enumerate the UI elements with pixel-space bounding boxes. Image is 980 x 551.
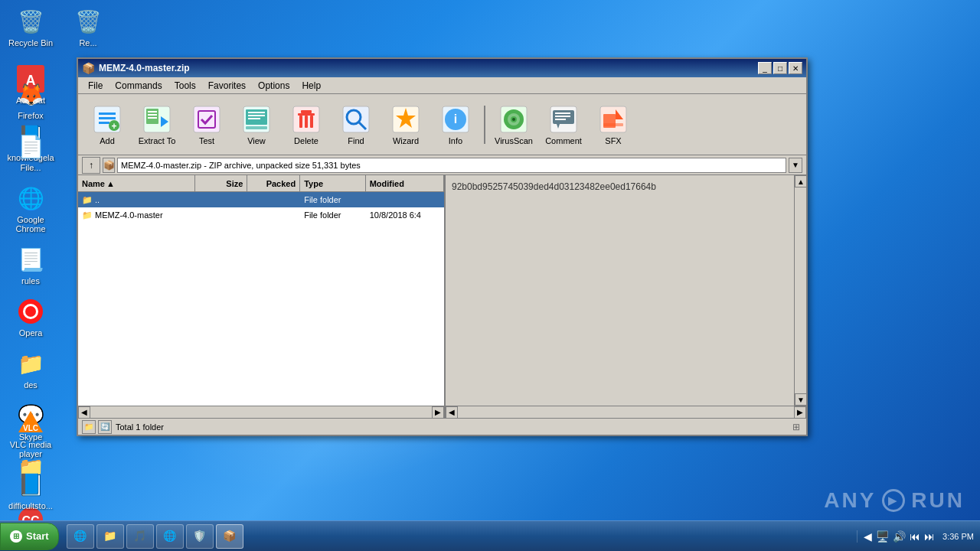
- preview-scroll-right[interactable]: ▶: [794, 406, 806, 419]
- toolbar-separator: [484, 106, 485, 144]
- svg-rect-33: [305, 116, 308, 128]
- ie-icon: 🌐: [74, 530, 87, 543]
- status-icon-2[interactable]: 🔄: [98, 420, 112, 434]
- preview-scroll-left[interactable]: ◀: [446, 406, 458, 419]
- desktop-icon-firefox[interactable]: 🦊 Firefox: [4, 77, 57, 122]
- desktop-icon-rules[interactable]: 📃 rules: [4, 242, 57, 288]
- taskbar-media[interactable]: 🎵: [126, 524, 154, 549]
- toolbar-virusscan-button[interactable]: VirusScan: [491, 100, 537, 149]
- col-packed-header[interactable]: Packed: [247, 175, 300, 191]
- file-row-dotdot[interactable]: 📁 .. File folder: [78, 192, 444, 207]
- col-size-header[interactable]: Size: [195, 175, 248, 191]
- view-icon: [241, 104, 272, 135]
- scroll-right-button[interactable]: ▶: [432, 406, 444, 419]
- toolbar-extract-button[interactable]: Extract To: [134, 100, 180, 149]
- desktop-icon-file[interactable]: 📄 File...: [4, 129, 57, 174]
- address-dropdown-button[interactable]: ▼: [789, 158, 802, 173]
- status-resize-handle[interactable]: ⊞: [790, 421, 802, 433]
- col-name-header[interactable]: Name ▲: [78, 175, 195, 191]
- taskbar-ie[interactable]: 🌐: [67, 524, 94, 549]
- file-panel: Name ▲ Size Packed Type Modified: [78, 175, 446, 418]
- col-modified-header[interactable]: Modified: [366, 175, 444, 191]
- file-modified-memz: 10/8/2018 6:4: [366, 210, 444, 220]
- desktop-icon-des[interactable]: 📁 des: [4, 346, 57, 392]
- tray-prev-icon[interactable]: ⏮: [910, 530, 920, 543]
- desktop-icon-chrome[interactable]: 🌐 Google Chrome: [4, 181, 57, 236]
- status-bar: 📁 🔄 Total 1 folder ⊞: [78, 418, 806, 435]
- tray-volume-icon[interactable]: 🔊: [893, 530, 906, 543]
- menu-file[interactable]: File: [82, 79, 109, 93]
- scroll-down-button[interactable]: ▼: [795, 393, 806, 406]
- desktop-icon-recycle2[interactable]: 🗑️ Re...: [61, 4, 115, 50]
- scroll-up-button[interactable]: ▲: [795, 175, 806, 187]
- difficultsto-label: difficultstо...: [8, 501, 53, 510]
- menu-help[interactable]: Help: [296, 79, 327, 93]
- folder-icon: 📁: [82, 210, 93, 220]
- menu-options[interactable]: Options: [252, 79, 296, 93]
- scroll-left-button[interactable]: ◀: [78, 406, 90, 419]
- toolbar-view-button[interactable]: View: [234, 100, 279, 149]
- zip-icon-small: 📦: [103, 158, 115, 173]
- virusscan-label: VirusScan: [495, 136, 533, 145]
- anyrun-play-icon: ▶: [882, 489, 905, 512]
- window-title: 📦 MEMZ-4.0-master.zip: [82, 62, 190, 74]
- svg-rect-51: [555, 116, 570, 117]
- start-button[interactable]: ⊞ Start: [0, 523, 59, 550]
- taskbar-chrome-app[interactable]: 🌐: [156, 524, 184, 549]
- taskbar-folder[interactable]: 📁: [96, 524, 124, 549]
- svg-text:VLC: VLC: [23, 424, 38, 432]
- media-icon: 🎵: [133, 530, 147, 543]
- menu-favorites[interactable]: Favorites: [202, 79, 252, 93]
- info-icon: i: [440, 104, 471, 135]
- v-scroll-track[interactable]: [795, 187, 806, 393]
- file-row-memz[interactable]: 📁 MEMZ-4.0-master File folder 10/8/2018 …: [78, 207, 444, 223]
- toolbar-sfx-button[interactable]: SFX: [590, 100, 636, 149]
- menu-commands[interactable]: Commands: [109, 79, 168, 93]
- desktop-icon-recycle-bin[interactable]: 🗑️ Recycle Bin: [4, 4, 57, 50]
- file-type-memz: File folder: [300, 210, 366, 220]
- desktop-icon-opera[interactable]: Opera: [4, 294, 57, 340]
- chrome-icon: 🌐: [15, 183, 46, 214]
- recycle2-icon: 🗑️: [73, 6, 103, 37]
- sfx-icon: [598, 104, 629, 135]
- address-input[interactable]: MEMZ-4.0-master.zip - ZIP archive, unpac…: [117, 158, 786, 173]
- test-icon: [191, 104, 222, 135]
- svg-point-47: [512, 118, 515, 121]
- svg-rect-12: [99, 122, 109, 124]
- file-name-dotdot: 📁 ..: [78, 195, 195, 205]
- toolbar-delete-button[interactable]: Delete: [283, 100, 329, 149]
- tray-network-icon[interactable]: 🖥️: [876, 530, 889, 543]
- preview-inner: 92b0bd9525745039ded4d03123482ee0ed17664b…: [446, 175, 806, 406]
- tray-next-icon[interactable]: ⏭: [924, 530, 935, 543]
- status-icon-1[interactable]: 📁: [82, 420, 96, 434]
- toolbar-add-button[interactable]: + Add: [84, 100, 130, 149]
- col-type-header[interactable]: Type: [300, 175, 366, 191]
- toolbar-comment-button[interactable]: Comment: [541, 100, 586, 149]
- svg-rect-19: [148, 117, 157, 119]
- taskbar-winrar-app[interactable]: 📦: [216, 524, 243, 549]
- scroll-track[interactable]: [90, 406, 432, 419]
- tray-arrow-icon[interactable]: ◀: [864, 530, 872, 543]
- svg-rect-28: [246, 126, 267, 129]
- desktop: 🗑️ Recycle Bin A Acrobat 📘 knowledgela..…: [0, 0, 980, 551]
- add-icon: +: [92, 104, 122, 135]
- sfx-label: SFX: [605, 136, 621, 145]
- desktop-icon-vlc[interactable]: VLC VLC media player: [4, 406, 57, 461]
- toolbar-find-button[interactable]: Find: [333, 100, 379, 149]
- up-directory-button[interactable]: ↑: [82, 157, 100, 174]
- menu-tools[interactable]: Tools: [168, 79, 202, 93]
- minimize-button[interactable]: _: [758, 62, 772, 74]
- file-type-dotdot: File folder: [300, 195, 366, 204]
- taskbar-shield-app[interactable]: 🛡️: [186, 524, 214, 549]
- toolbar-wizard-button[interactable]: Wizard: [383, 100, 429, 149]
- des-icon: 📁: [15, 348, 46, 379]
- firefox-label: Firefox: [18, 111, 44, 120]
- preview-scroll-track[interactable]: [458, 406, 794, 419]
- shield-taskbar-icon: 🛡️: [193, 530, 207, 543]
- winrar-title-icon: 📦: [82, 62, 95, 74]
- close-button[interactable]: ✕: [789, 62, 802, 74]
- desktop-icon-difficultsto[interactable]: 📘 difficultstо...: [4, 467, 57, 513]
- maximize-button[interactable]: □: [773, 62, 787, 74]
- toolbar-info-button[interactable]: i Info: [433, 100, 479, 149]
- toolbar-test-button[interactable]: Test: [184, 100, 230, 149]
